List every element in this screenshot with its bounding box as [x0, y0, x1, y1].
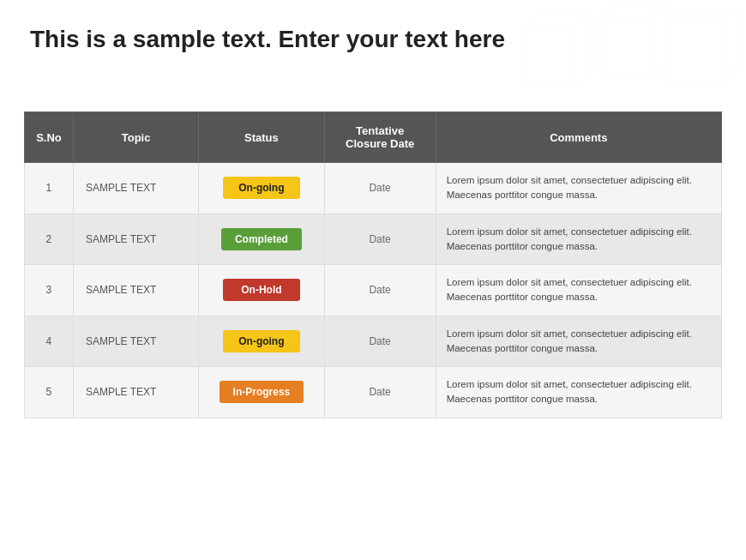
status-badge: In-Progress — [220, 381, 304, 403]
row-comments: Lorem ipsum dolor sit amet, consectetuer… — [436, 316, 721, 367]
row-date: Date — [324, 163, 436, 214]
svg-marker-2 — [652, 4, 669, 77]
row-date: Date — [324, 367, 436, 418]
col-header-status: Status — [199, 112, 324, 163]
row-comments: Lorem ipsum dolor sit amet, consectetuer… — [436, 367, 721, 418]
row-date: Date — [324, 265, 436, 316]
page-title: This is a sample text. Enter your text h… — [30, 26, 505, 53]
row-sno: 1 — [25, 163, 74, 214]
svg-marker-0 — [600, 17, 652, 77]
svg-marker-3 — [669, 21, 720, 81]
row-topic: SAMPLE TEXT — [73, 163, 198, 214]
row-topic: SAMPLE TEXT — [73, 367, 198, 418]
row-topic: SAMPLE TEXT — [73, 316, 198, 367]
row-comments: Lorem ipsum dolor sit amet, consectetuer… — [436, 265, 721, 316]
table-header-row: S.No Topic Status TentativeClosure Date … — [25, 112, 722, 163]
col-header-date: TentativeClosure Date — [324, 112, 436, 163]
row-status: Completed — [199, 214, 324, 265]
svg-marker-1 — [600, 4, 669, 17]
table-container: S.No Topic Status TentativeClosure Date … — [24, 111, 722, 543]
table-row: 1 SAMPLE TEXT On-going Date Lorem ipsum … — [25, 163, 722, 214]
issues-table: S.No Topic Status TentativeClosure Date … — [24, 111, 722, 418]
col-header-sno: S.No — [25, 112, 74, 163]
row-status: In-Progress — [199, 367, 324, 418]
svg-marker-6 — [523, 26, 575, 86]
row-sno: 3 — [25, 265, 74, 316]
table-row: 5 SAMPLE TEXT In-Progress Date Lorem ips… — [25, 367, 722, 418]
row-sno: 2 — [25, 214, 74, 265]
svg-marker-8 — [575, 13, 592, 86]
row-status: On-going — [199, 163, 324, 214]
svg-marker-7 — [523, 13, 592, 26]
col-header-topic: Topic — [73, 112, 198, 163]
col-header-comments: Comments — [436, 112, 721, 163]
row-date: Date — [324, 214, 436, 265]
status-badge: On-Hold — [223, 279, 300, 301]
table-row: 3 SAMPLE TEXT On-Hold Date Lorem ipsum d… — [25, 265, 722, 316]
row-topic: SAMPLE TEXT — [73, 214, 198, 265]
row-status: On-going — [199, 316, 324, 367]
row-comments: Lorem ipsum dolor sit amet, consectetuer… — [436, 214, 721, 265]
table-row: 4 SAMPLE TEXT On-going Date Lorem ipsum … — [25, 316, 722, 367]
row-topic: SAMPLE TEXT — [73, 265, 198, 316]
svg-marker-5 — [720, 9, 737, 81]
table-row: 2 SAMPLE TEXT Completed Date Lorem ipsum… — [25, 214, 722, 265]
row-status: On-Hold — [199, 265, 324, 316]
row-sno: 4 — [25, 316, 74, 367]
status-badge: On-going — [223, 177, 300, 199]
row-comments: Lorem ipsum dolor sit amet, consectetuer… — [436, 163, 721, 214]
row-sno: 5 — [25, 367, 74, 418]
svg-marker-4 — [669, 9, 737, 21]
status-badge: Completed — [221, 228, 302, 250]
row-date: Date — [324, 316, 436, 367]
status-badge: On-going — [223, 330, 300, 352]
